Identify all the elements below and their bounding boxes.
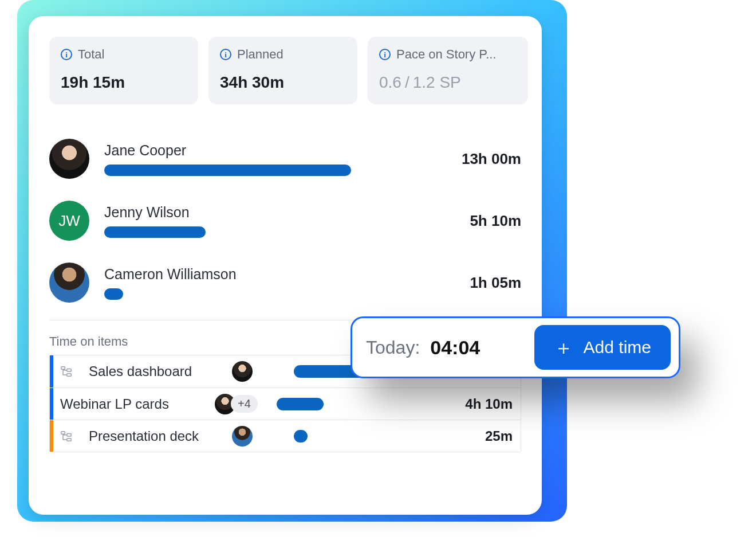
stat-planned-label: Planned [237,47,284,62]
item-name: Presentation deck [89,428,232,444]
person-name: Jenny Wilson [104,204,420,221]
time-report-card: i Total 19h 15m i Planned 34h 30m i Pace… [29,16,542,515]
person-main: Cameron Williamson [104,266,420,300]
time-bar [104,226,206,238]
stat-planned-value: 34h 30m [220,73,344,92]
info-icon[interactable]: i [61,49,72,60]
time-bar [294,430,308,443]
person-row[interactable]: JWJenny Wilson5h 10m [49,194,521,256]
svg-rect-2 [67,374,71,377]
time-bar [277,398,324,410]
svg-rect-3 [61,431,65,434]
add-time-button[interactable]: ＋ Add time [534,325,671,370]
item-avatars[interactable]: +4 [215,394,266,414]
time-item-row[interactable]: Webinar LP cards+44h 10m [50,387,521,420]
avatar[interactable] [49,139,89,179]
time-item-row[interactable]: Presentation deck25m [50,420,521,452]
avatar[interactable]: JW [49,201,89,241]
color-strip [50,388,53,420]
avatar[interactable] [49,263,89,303]
person-row[interactable]: Cameron Williamson1h 05m [49,256,521,318]
item-time: 4h 10m [444,396,513,412]
item-name: Webinar LP cards [60,396,215,412]
subtask-tree-icon [60,430,73,443]
stats-row: i Total 19h 15m i Planned 34h 30m i Pace… [49,37,521,104]
item-time: 25m [444,428,513,444]
bar-track [284,430,444,443]
time-bar [104,288,123,300]
bar-track [104,288,420,300]
color-strip [50,420,53,452]
bar-track [104,165,420,176]
avatar-overflow-count[interactable]: +4 [231,395,258,413]
info-icon[interactable]: i [220,49,231,60]
today-widget: Today: 04:04 ＋ Add time [351,316,680,378]
person-time: 5h 10m [435,212,521,230]
bar-track [266,398,444,410]
plus-icon: ＋ [554,338,573,357]
stat-total-label: Total [78,47,104,62]
subtask-tree-icon [60,365,73,378]
avatar[interactable] [232,426,253,447]
bar-track [104,226,420,238]
info-icon[interactable]: i [379,49,391,60]
today-label: Today: [366,337,420,358]
stat-pace-value: 0.6/1.2 SP [379,73,514,92]
svg-rect-5 [67,438,71,441]
today-time: 04:04 [430,336,480,359]
avatar[interactable] [232,361,253,382]
person-name: Cameron Williamson [104,266,420,283]
time-bar [104,165,351,176]
person-main: Jane Cooper [104,142,420,176]
item-avatars[interactable] [232,361,284,382]
stat-pace[interactable]: i Pace on Story P... 0.6/1.2 SP [368,37,528,104]
stat-pace-label: Pace on Story P... [396,47,496,62]
svg-rect-4 [67,433,71,436]
people-list: Jane Cooper13h 00mJWJenny Wilson5h 10mCa… [49,132,521,318]
color-strip [50,355,53,387]
item-avatars[interactable] [232,426,284,447]
person-time: 13h 00m [435,150,521,168]
person-main: Jenny Wilson [104,204,420,238]
svg-rect-1 [67,369,71,371]
add-time-button-label: Add time [584,338,651,357]
item-name: Sales dashboard [89,363,232,379]
person-row[interactable]: Jane Cooper13h 00m [49,132,521,194]
svg-rect-0 [61,367,65,370]
stat-total-value: 19h 15m [61,73,184,92]
stat-planned[interactable]: i Planned 34h 30m [208,37,357,104]
person-name: Jane Cooper [104,142,420,159]
person-time: 1h 05m [435,274,521,292]
stat-total[interactable]: i Total 19h 15m [49,37,198,104]
